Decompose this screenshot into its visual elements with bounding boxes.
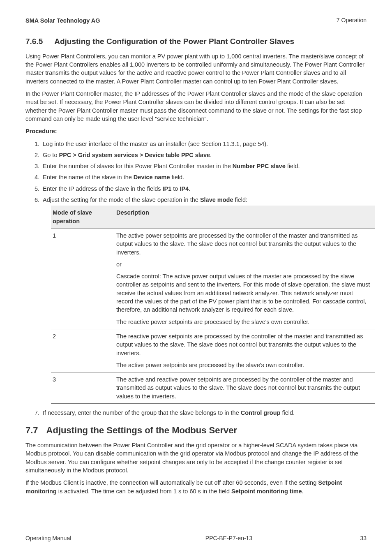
- table-row: 3 The active and reactive power setpoint…: [51, 372, 375, 404]
- heading-title: Adjusting the Settings of the Modbus Ser…: [46, 424, 237, 437]
- table-cell-mode: 2: [51, 329, 115, 372]
- body-paragraph: If the Modbus Client is inactive, the co…: [25, 479, 367, 495]
- table-header-desc: Description: [115, 206, 375, 228]
- procedure-step: Log into the user interface of the maste…: [41, 140, 367, 148]
- procedure-step: Adjust the setting for the mode of the s…: [41, 196, 367, 404]
- footer-page-number: 33: [350, 534, 367, 543]
- procedure-step: Enter the name of the slave in the Devic…: [41, 173, 367, 181]
- heading-number: 7.6.5: [25, 36, 43, 47]
- heading-7-6-5: 7.6.5 Adjusting the Configuration of the…: [25, 36, 367, 47]
- body-paragraph: Using Power Plant Controllers, you can m…: [25, 52, 367, 86]
- table-cell-mode: 1: [51, 228, 115, 329]
- running-header: SMA Solar Technology AG 7 Operation: [25, 16, 367, 25]
- table-row: 1 The active power setpoints are process…: [51, 228, 375, 329]
- procedure-step: If necessary, enter the number of the gr…: [41, 409, 367, 417]
- table-cell-desc: The active power setpoints are processed…: [115, 228, 375, 329]
- body-paragraph: The communication between the Power Plan…: [25, 441, 367, 474]
- table-cell-desc: The reactive power setpoints are process…: [115, 329, 375, 372]
- procedure-list: Log into the user interface of the maste…: [25, 140, 367, 417]
- page-footer: Operating Manual PPC-BE-P7-en-13 33: [25, 530, 367, 543]
- procedure-step: Enter the IP address of the slave in the…: [41, 185, 367, 193]
- footer-left: Operating Manual: [25, 534, 108, 543]
- table-header-mode: Mode of slave operation: [51, 206, 115, 228]
- header-chapter: 7 Operation: [337, 16, 367, 25]
- table-cell-desc: The active and reactive power setpoints …: [115, 372, 375, 404]
- table-cell-mode: 3: [51, 372, 115, 404]
- body-paragraph: In the Power Plant Controller master, th…: [25, 90, 367, 123]
- table-row: 2 The reactive power setpoints are proce…: [51, 329, 375, 372]
- procedure-label: Procedure:: [25, 127, 367, 135]
- header-company: SMA Solar Technology AG: [25, 16, 100, 25]
- heading-title: Adjusting the Configuration of the Power…: [54, 36, 294, 47]
- procedure-step: Go to PPC > Grid system services > Devic…: [41, 151, 367, 159]
- slave-mode-table: Mode of slave operation Description 1 Th…: [51, 206, 375, 404]
- procedure-step: Enter the number of slaves for this Powe…: [41, 162, 367, 170]
- footer-doc-id: PPC-BE-P7-en-13: [108, 534, 350, 543]
- heading-7-7: 7.7 Adjusting the Settings of the Modbus…: [25, 424, 367, 437]
- heading-number: 7.7: [25, 424, 38, 437]
